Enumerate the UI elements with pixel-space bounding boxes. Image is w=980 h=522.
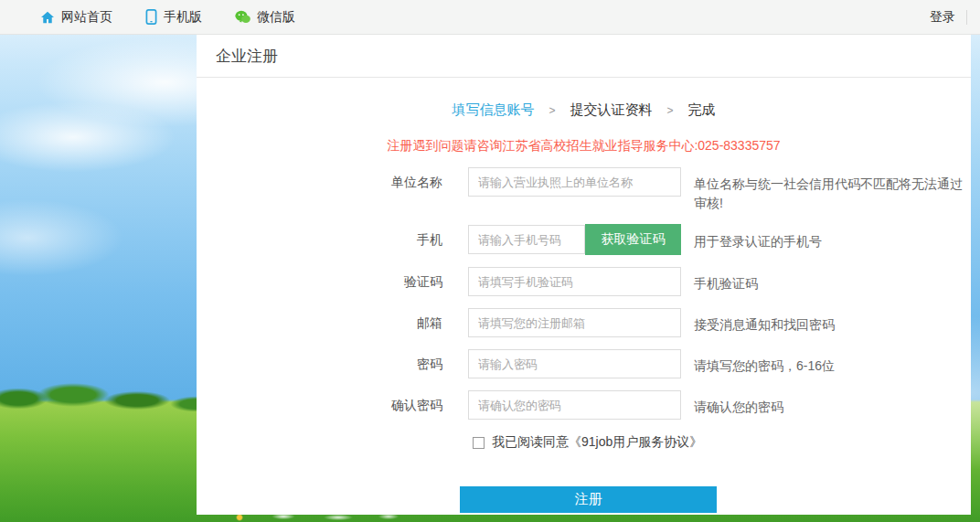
service-agreement-link[interactable]: 《91job用户服务协议》 — [569, 434, 702, 451]
page-title: 企业注册 — [216, 46, 953, 67]
company-name-label: 单位名称 — [197, 167, 442, 191]
get-sms-code-button[interactable]: 获取验证码 — [585, 224, 681, 255]
step-arrow-icon: > — [549, 104, 555, 117]
sms-code-hint: 手机验证码 — [694, 267, 970, 293]
company-name-input[interactable] — [468, 167, 681, 197]
nav-item-mobile[interactable]: 手机版 — [145, 9, 202, 26]
register-button[interactable]: 注册 — [460, 486, 717, 513]
navbar-right-group: 登录 — [919, 9, 980, 26]
nav-item-label: 手机版 — [164, 9, 202, 26]
password-hint: 请填写您的密码，6-16位 — [694, 349, 970, 376]
registration-form: 单位名称 单位名称与统一社会信用代码不匹配将无法通过审核! 手机 获取验证码 用… — [197, 167, 971, 513]
input-wrap — [468, 308, 681, 337]
panel-header: 企业注册 — [197, 35, 971, 78]
nav-item-label: 网站首页 — [61, 9, 112, 26]
confirm-password-input[interactable] — [468, 390, 681, 420]
mobile-hint: 用于登录认证的手机号 — [694, 225, 970, 251]
navbar-left-group: 网站首页 手机版 微信版 — [0, 9, 328, 26]
sms-code-input[interactable] — [468, 267, 681, 296]
step-fill-info: 填写信息账号 — [452, 101, 534, 119]
form-row-confirm-password: 确认密码 请确认您的密码 — [197, 390, 971, 420]
nav-item-label: 微信版 — [257, 9, 295, 26]
sms-code-label: 验证码 — [197, 267, 442, 291]
input-wrap — [468, 349, 681, 378]
agreement-row: 我已阅读同意 《91job用户服务协议》 — [473, 434, 971, 451]
form-row-password: 密码 请填写您的密码，6-16位 — [197, 349, 971, 378]
password-input[interactable] — [468, 349, 681, 378]
form-row-email: 邮箱 接受消息通知和找回密码 — [197, 308, 971, 337]
agreement-checkbox[interactable] — [473, 437, 485, 449]
agreement-text: 我已阅读同意 — [492, 434, 569, 451]
form-row-mobile: 手机 获取验证码 用于登录认证的手机号 — [197, 225, 971, 255]
email-input[interactable] — [468, 308, 681, 337]
confirm-password-hint: 请确认您的密码 — [694, 390, 970, 417]
login-link[interactable]: 登录 — [919, 9, 966, 26]
step-complete: 完成 — [688, 101, 716, 119]
navbar-divider — [966, 10, 967, 25]
step-submit-credentials: 提交认证资料 — [570, 101, 653, 119]
company-name-hint: 单位名称与统一社会信用代码不匹配将无法通过审核! — [694, 167, 970, 213]
registration-panel: 企业注册 填写信息账号 > 提交认证资料 > 完成 注册遇到问题请咨询江苏省高校… — [197, 35, 971, 515]
password-label: 密码 — [197, 349, 442, 373]
form-row-company-name: 单位名称 单位名称与统一社会信用代码不匹配将无法通过审核! — [197, 167, 971, 213]
mobile-label: 手机 — [197, 225, 442, 249]
wechat-icon — [235, 10, 250, 24]
email-hint: 接受消息通知和找回密码 — [694, 308, 970, 335]
home-icon — [40, 10, 55, 25]
help-notice: 注册遇到问题请咨询江苏省高校招生就业指导服务中心:025-83335757 — [197, 138, 971, 154]
tree-line — [0, 378, 219, 411]
step-arrow-icon: > — [667, 104, 674, 117]
input-wrap — [468, 267, 681, 296]
nav-item-wechat[interactable]: 微信版 — [235, 9, 295, 26]
top-navbar: 网站首页 手机版 微信版 登录 — [0, 0, 980, 35]
steps-breadcrumb: 填写信息账号 > 提交认证资料 > 完成 — [197, 101, 971, 119]
input-wrap: 获取验证码 — [468, 225, 681, 255]
confirm-password-label: 确认密码 — [197, 390, 442, 414]
email-label: 邮箱 — [197, 308, 442, 332]
input-wrap — [468, 167, 681, 197]
mobile-input[interactable] — [468, 225, 585, 254]
nav-item-home[interactable]: 网站首页 — [40, 9, 112, 26]
phone-icon — [145, 9, 157, 25]
input-wrap — [468, 390, 681, 420]
form-row-sms-code: 验证码 手机验证码 — [197, 267, 971, 296]
